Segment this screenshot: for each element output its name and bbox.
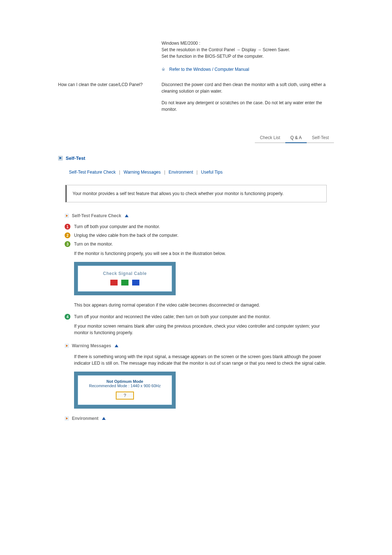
link-self-test-feature-check[interactable]: Self-Test Feature Check xyxy=(69,170,116,175)
step-text: Turn on the monitor. xyxy=(74,241,334,247)
signal-label: Check Signal Cable xyxy=(82,271,168,276)
link-warning-messages[interactable]: Warning Messages xyxy=(124,170,161,175)
answer-text: Set the function in the BIOS-SETUP of th… xyxy=(162,54,264,59)
play-icon xyxy=(65,416,69,421)
check-signal-illustration: Check Signal Cable xyxy=(74,262,176,295)
chevron-up-icon xyxy=(102,417,106,420)
section-title: Self-Test xyxy=(66,155,85,161)
tab-qa[interactable]: Q & A xyxy=(285,134,307,143)
step-number-3: 3 xyxy=(65,241,70,247)
answer-text: Disconnect the power cord and then clean… xyxy=(162,81,334,94)
tab-self-test[interactable]: Self-Test xyxy=(307,134,334,143)
mode-line-1: Not Optimum Mode xyxy=(82,379,168,384)
back-to-top-link[interactable] xyxy=(124,213,128,218)
manual-reference-link[interactable]: Refer to the Windows / Computer Manual xyxy=(169,67,249,72)
tab-check-list[interactable]: Check List xyxy=(255,134,285,143)
step-after-note: If your monitor screen remains blank aft… xyxy=(74,323,334,336)
mode-line-2: Recommended Mode : 1440 x 900 60Hz xyxy=(82,384,168,388)
question-text: How can I clean the outer case/LCD Panel… xyxy=(58,81,162,118)
step-note: If the monitor is functioning properly, … xyxy=(74,250,334,257)
step-number-4: 4 xyxy=(65,314,70,320)
step-text: Unplug the video cable from the back of … xyxy=(74,232,334,239)
color-square-red xyxy=(110,280,118,285)
step-number-1: 1 xyxy=(65,224,70,230)
not-optimum-illustration: Not Optimum Mode Recommended Mode : 1440… xyxy=(74,372,176,409)
step-after-note: This box appears during normal operation… xyxy=(74,302,334,308)
answer-text: Set the resolution in the Control Panel … xyxy=(162,47,290,52)
subsection-environment: Environment xyxy=(72,416,98,421)
answer-text: Windows ME/2000 : xyxy=(162,41,200,46)
step-text: Turn off both your computer and the moni… xyxy=(74,223,334,230)
subsection-self-test-feature-check: Self-Test Feature Check xyxy=(72,213,121,218)
play-icon xyxy=(65,214,69,218)
question-mark-button: ? xyxy=(116,392,134,400)
tab-bar: Check List Q & A Self-Test xyxy=(255,134,334,143)
back-to-top-link[interactable] xyxy=(114,343,118,348)
intro-box: Your monitor provides a self test featur… xyxy=(65,185,327,202)
link-useful-tips[interactable]: Useful Tips xyxy=(201,170,222,175)
color-square-blue xyxy=(132,280,139,285)
back-to-top-link[interactable] xyxy=(101,416,106,421)
step-text: Turn off your monitor and reconnect the … xyxy=(74,313,334,320)
subsection-warning-messages: Warning Messages xyxy=(72,343,111,348)
link-environment[interactable]: Environment xyxy=(169,170,193,175)
answer-text: Do not leave any detergent or scratches … xyxy=(162,100,334,113)
chevron-up-icon xyxy=(125,214,128,217)
color-square-green xyxy=(121,280,128,285)
reference-icon: ※ xyxy=(162,67,165,72)
play-icon xyxy=(58,156,63,161)
warning-paragraph: If there is something wrong with the inp… xyxy=(74,353,334,366)
chevron-up-icon xyxy=(115,344,118,347)
step-number-2: 2 xyxy=(65,232,70,238)
play-icon xyxy=(65,344,69,348)
